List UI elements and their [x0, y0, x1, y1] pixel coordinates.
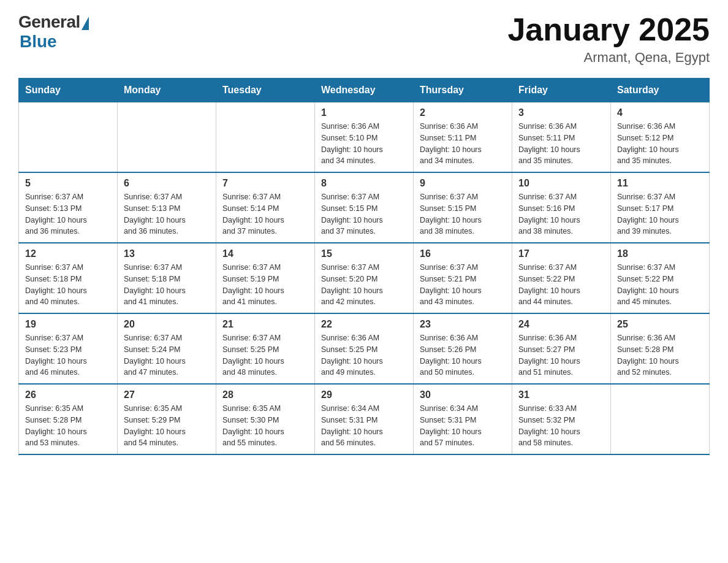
- calendar-header-wednesday: Wednesday: [315, 79, 414, 102]
- day-info: Sunrise: 6:36 AMSunset: 5:12 PMDaylight:…: [617, 121, 703, 167]
- calendar-cell: 26Sunrise: 6:35 AMSunset: 5:28 PMDayligh…: [19, 384, 118, 454]
- day-number: 12: [25, 248, 111, 259]
- day-info: Sunrise: 6:36 AMSunset: 5:26 PMDaylight:…: [420, 332, 506, 378]
- calendar-cell: 23Sunrise: 6:36 AMSunset: 5:26 PMDayligh…: [414, 313, 512, 384]
- page-header: General Blue January 2025 Armant, Qena, …: [18, 12, 710, 66]
- day-number: 18: [617, 248, 703, 259]
- day-info: Sunrise: 6:37 AMSunset: 5:18 PMDaylight:…: [124, 262, 210, 308]
- day-info: Sunrise: 6:37 AMSunset: 5:20 PMDaylight:…: [321, 262, 407, 308]
- logo-blue-text: Blue: [20, 32, 57, 52]
- day-number: 10: [518, 178, 604, 189]
- calendar-table: SundayMondayTuesdayWednesdayThursdayFrid…: [18, 78, 710, 455]
- day-number: 26: [25, 389, 111, 400]
- calendar-cell: 5Sunrise: 6:37 AMSunset: 5:13 PMDaylight…: [19, 172, 118, 243]
- day-info: Sunrise: 6:36 AMSunset: 5:25 PMDaylight:…: [321, 332, 407, 378]
- calendar-week-row: 1Sunrise: 6:36 AMSunset: 5:10 PMDaylight…: [19, 102, 710, 173]
- day-info: Sunrise: 6:37 AMSunset: 5:23 PMDaylight:…: [25, 332, 111, 378]
- day-info: Sunrise: 6:37 AMSunset: 5:13 PMDaylight:…: [124, 191, 210, 237]
- day-number: 24: [518, 319, 604, 330]
- calendar-header-row: SundayMondayTuesdayWednesdayThursdayFrid…: [19, 79, 710, 102]
- calendar-cell: 17Sunrise: 6:37 AMSunset: 5:22 PMDayligh…: [512, 243, 611, 313]
- day-info: Sunrise: 6:35 AMSunset: 5:29 PMDaylight:…: [124, 403, 210, 449]
- day-number: 22: [321, 319, 407, 330]
- calendar-cell: [19, 102, 118, 173]
- location-subtitle: Armant, Qena, Egypt: [507, 50, 710, 66]
- calendar-cell: 28Sunrise: 6:35 AMSunset: 5:30 PMDayligh…: [216, 384, 315, 454]
- calendar-cell: 7Sunrise: 6:37 AMSunset: 5:14 PMDaylight…: [216, 172, 315, 243]
- day-number: 28: [222, 389, 308, 400]
- day-info: Sunrise: 6:36 AMSunset: 5:10 PMDaylight:…: [321, 121, 407, 167]
- day-info: Sunrise: 6:33 AMSunset: 5:32 PMDaylight:…: [518, 403, 604, 449]
- day-number: 17: [518, 248, 604, 259]
- day-info: Sunrise: 6:36 AMSunset: 5:11 PMDaylight:…: [420, 121, 506, 167]
- day-info: Sunrise: 6:35 AMSunset: 5:30 PMDaylight:…: [222, 403, 308, 449]
- day-number: 20: [124, 319, 210, 330]
- day-number: 19: [25, 319, 111, 330]
- day-number: 6: [124, 178, 210, 189]
- day-info: Sunrise: 6:37 AMSunset: 5:21 PMDaylight:…: [420, 262, 506, 308]
- day-number: 3: [518, 107, 604, 118]
- day-info: Sunrise: 6:36 AMSunset: 5:11 PMDaylight:…: [518, 121, 604, 167]
- calendar-cell: 24Sunrise: 6:36 AMSunset: 5:27 PMDayligh…: [512, 313, 611, 384]
- calendar-header-thursday: Thursday: [414, 79, 512, 102]
- calendar-header-sunday: Sunday: [19, 79, 118, 102]
- logo-general-text: General: [18, 12, 80, 32]
- day-info: Sunrise: 6:37 AMSunset: 5:24 PMDaylight:…: [124, 332, 210, 378]
- day-number: 11: [617, 178, 703, 189]
- calendar-cell: 15Sunrise: 6:37 AMSunset: 5:20 PMDayligh…: [315, 243, 414, 313]
- day-number: 5: [25, 178, 111, 189]
- day-number: 23: [420, 319, 506, 330]
- calendar-header-friday: Friday: [512, 79, 611, 102]
- day-number: 30: [420, 389, 506, 400]
- calendar-cell: 18Sunrise: 6:37 AMSunset: 5:22 PMDayligh…: [611, 243, 710, 313]
- calendar-cell: 27Sunrise: 6:35 AMSunset: 5:29 PMDayligh…: [118, 384, 216, 454]
- calendar-cell: 13Sunrise: 6:37 AMSunset: 5:18 PMDayligh…: [118, 243, 216, 313]
- month-title: January 2025: [507, 12, 710, 47]
- day-number: 8: [321, 178, 407, 189]
- day-info: Sunrise: 6:37 AMSunset: 5:17 PMDaylight:…: [617, 191, 703, 237]
- calendar-cell: 4Sunrise: 6:36 AMSunset: 5:12 PMDaylight…: [611, 102, 710, 173]
- day-info: Sunrise: 6:37 AMSunset: 5:19 PMDaylight:…: [222, 262, 308, 308]
- calendar-cell: 2Sunrise: 6:36 AMSunset: 5:11 PMDaylight…: [414, 102, 512, 173]
- day-number: 29: [321, 389, 407, 400]
- calendar-header-saturday: Saturday: [611, 79, 710, 102]
- calendar-header-tuesday: Tuesday: [216, 79, 315, 102]
- calendar-cell: 14Sunrise: 6:37 AMSunset: 5:19 PMDayligh…: [216, 243, 315, 313]
- day-number: 4: [617, 107, 703, 118]
- day-info: Sunrise: 6:37 AMSunset: 5:22 PMDaylight:…: [617, 262, 703, 308]
- calendar-week-row: 12Sunrise: 6:37 AMSunset: 5:18 PMDayligh…: [19, 243, 710, 313]
- calendar-cell: [216, 102, 315, 173]
- calendar-cell: 11Sunrise: 6:37 AMSunset: 5:17 PMDayligh…: [611, 172, 710, 243]
- day-number: 14: [222, 248, 308, 259]
- calendar-cell: 20Sunrise: 6:37 AMSunset: 5:24 PMDayligh…: [118, 313, 216, 384]
- day-info: Sunrise: 6:37 AMSunset: 5:14 PMDaylight:…: [222, 191, 308, 237]
- day-number: 27: [124, 389, 210, 400]
- day-number: 21: [222, 319, 308, 330]
- calendar-cell: 9Sunrise: 6:37 AMSunset: 5:15 PMDaylight…: [414, 172, 512, 243]
- calendar-cell: 16Sunrise: 6:37 AMSunset: 5:21 PMDayligh…: [414, 243, 512, 313]
- calendar-cell: [611, 384, 710, 454]
- calendar-week-row: 19Sunrise: 6:37 AMSunset: 5:23 PMDayligh…: [19, 313, 710, 384]
- calendar-cell: 21Sunrise: 6:37 AMSunset: 5:25 PMDayligh…: [216, 313, 315, 384]
- day-number: 13: [124, 248, 210, 259]
- day-info: Sunrise: 6:37 AMSunset: 5:25 PMDaylight:…: [222, 332, 308, 378]
- calendar-cell: 25Sunrise: 6:36 AMSunset: 5:28 PMDayligh…: [611, 313, 710, 384]
- day-info: Sunrise: 6:34 AMSunset: 5:31 PMDaylight:…: [420, 403, 506, 449]
- day-info: Sunrise: 6:36 AMSunset: 5:28 PMDaylight:…: [617, 332, 703, 378]
- day-number: 1: [321, 107, 407, 118]
- title-section: January 2025 Armant, Qena, Egypt: [507, 12, 710, 66]
- day-info: Sunrise: 6:37 AMSunset: 5:15 PMDaylight:…: [321, 191, 407, 237]
- day-number: 31: [518, 389, 604, 400]
- logo-triangle-icon: [82, 17, 89, 30]
- calendar-cell: 31Sunrise: 6:33 AMSunset: 5:32 PMDayligh…: [512, 384, 611, 454]
- day-info: Sunrise: 6:37 AMSunset: 5:22 PMDaylight:…: [518, 262, 604, 308]
- calendar-cell: 1Sunrise: 6:36 AMSunset: 5:10 PMDaylight…: [315, 102, 414, 173]
- day-info: Sunrise: 6:34 AMSunset: 5:31 PMDaylight:…: [321, 403, 407, 449]
- calendar-cell: [118, 102, 216, 173]
- calendar-cell: 29Sunrise: 6:34 AMSunset: 5:31 PMDayligh…: [315, 384, 414, 454]
- calendar-week-row: 5Sunrise: 6:37 AMSunset: 5:13 PMDaylight…: [19, 172, 710, 243]
- day-info: Sunrise: 6:37 AMSunset: 5:15 PMDaylight:…: [420, 191, 506, 237]
- day-number: 9: [420, 178, 506, 189]
- calendar-cell: 12Sunrise: 6:37 AMSunset: 5:18 PMDayligh…: [19, 243, 118, 313]
- calendar-week-row: 26Sunrise: 6:35 AMSunset: 5:28 PMDayligh…: [19, 384, 710, 454]
